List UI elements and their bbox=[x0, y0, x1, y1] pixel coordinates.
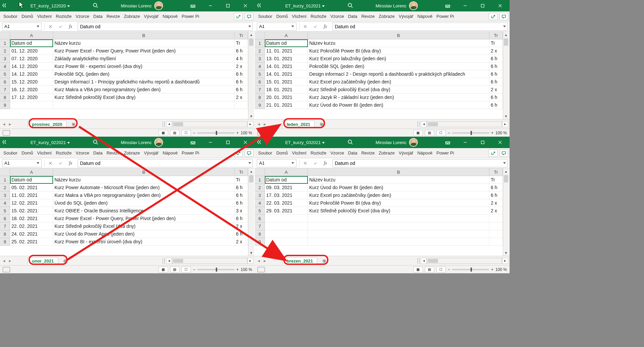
zoom-percent[interactable]: 100 % bbox=[495, 267, 507, 272]
ribbon-tab-rozlože[interactable]: Rozlože bbox=[54, 148, 74, 158]
row-header-2[interactable]: 2 bbox=[255, 184, 265, 192]
ribbon-display-icon[interactable] bbox=[440, 0, 455, 11]
scroll-down-icon[interactable]: ▼ bbox=[503, 250, 509, 256]
cell-B5[interactable]: Kurz Středně pokročilý Excel (dva dny) bbox=[308, 207, 489, 215]
row-header-9[interactable]: 9 bbox=[0, 101, 10, 109]
zoom-control[interactable]: − + 100 % bbox=[193, 131, 252, 135]
new-sheet-button[interactable]: ⊕ bbox=[318, 120, 325, 128]
ribbon-tab-revize[interactable]: Revize bbox=[105, 148, 122, 158]
overflow-icon[interactable] bbox=[257, 139, 263, 146]
cell-C4[interactable]: 2 x bbox=[235, 63, 248, 70]
cell-A1[interactable]: Datum od bbox=[10, 176, 53, 184]
cell-B2[interactable]: Kurz Pokročilé Power BI (dva dny) bbox=[308, 47, 489, 55]
zoom-in-button[interactable]: + bbox=[491, 267, 493, 272]
cell-A1[interactable]: Datum od bbox=[10, 39, 53, 47]
cell-C5[interactable]: 6 h bbox=[489, 70, 503, 78]
cancel-formula-button[interactable] bbox=[300, 23, 310, 31]
ribbon-tab-power pi[interactable]: Power Pi bbox=[180, 148, 201, 158]
view-normal-button[interactable]: ▦ bbox=[413, 267, 423, 273]
minimize-button[interactable] bbox=[203, 137, 218, 148]
overflow-icon[interactable] bbox=[2, 2, 8, 9]
sheet-nav-next-icon[interactable]: ► bbox=[262, 121, 268, 127]
overflow-icon[interactable] bbox=[2, 139, 8, 146]
zoom-out-button[interactable]: − bbox=[448, 267, 450, 272]
cell-B6[interactable] bbox=[308, 215, 489, 222]
cell-C1[interactable]: Tr bbox=[235, 176, 248, 184]
cell-B5[interactable]: Design informací 2 - Design reportů a da… bbox=[308, 70, 489, 78]
cell-B1[interactable]: Název kurzu bbox=[308, 176, 489, 184]
sheet-nav-prev-icon[interactable]: ◄ bbox=[256, 258, 261, 264]
cell-C6[interactable]: 6 h bbox=[235, 78, 248, 86]
sheet-nav-next-icon[interactable]: ► bbox=[262, 258, 268, 264]
scroll-down-icon[interactable]: ▼ bbox=[248, 250, 254, 256]
row-header-3[interactable]: 3 bbox=[255, 55, 265, 63]
row-header-5[interactable]: 5 bbox=[0, 70, 10, 78]
scroll-up-icon[interactable]: ▲ bbox=[248, 32, 254, 38]
record-macro-icon[interactable] bbox=[3, 267, 10, 272]
ribbon-tab-vývojář[interactable]: Vývojář bbox=[142, 11, 160, 22]
cell-C2[interactable]: 6 h bbox=[235, 184, 248, 192]
enter-formula-button[interactable] bbox=[55, 159, 66, 167]
cancel-formula-button[interactable] bbox=[45, 23, 55, 31]
file-name[interactable]: ET_kurzy_012021 bbox=[285, 3, 325, 8]
ribbon-tab-vývojář[interactable]: Vývojář bbox=[142, 148, 160, 158]
avatar[interactable] bbox=[154, 138, 163, 147]
cell-C3[interactable]: 4 h bbox=[235, 55, 248, 63]
ribbon-tab-revize[interactable]: Revize bbox=[359, 148, 377, 158]
cell-B4[interactable]: Kurz Power BI - expertní úroveň (dva dny… bbox=[53, 63, 235, 70]
ribbon-tab-vložení[interactable]: Vložení bbox=[290, 148, 309, 158]
cell-C7[interactable]: 6 h bbox=[235, 86, 248, 94]
row-header-8[interactable]: 8 bbox=[0, 230, 10, 238]
cell-C5[interactable]: 2 x bbox=[489, 207, 503, 215]
cell-A9[interactable] bbox=[265, 238, 308, 246]
ribbon-tab-data[interactable]: Data bbox=[346, 148, 359, 158]
sheet-nav-prev-icon[interactable]: ◄ bbox=[256, 121, 261, 127]
cell-B6[interactable]: Kurz Power Excel - Power Query, Power Pi… bbox=[53, 215, 235, 222]
maximize-button[interactable] bbox=[220, 0, 235, 11]
cell-B4[interactable]: Pokročilé SQL (jeden den) bbox=[308, 63, 489, 70]
cell-B1[interactable]: Název kurzu bbox=[308, 39, 489, 47]
cell-A5[interactable]: 14. 12. 2020 bbox=[10, 70, 53, 78]
zoom-percent[interactable]: 100 % bbox=[495, 131, 507, 135]
col-header-Tr[interactable]: Tr bbox=[235, 168, 248, 176]
cell-A1[interactable]: Datum od bbox=[265, 176, 308, 184]
cell-A7[interactable]: 18. 01. 2021 bbox=[265, 86, 308, 94]
col-header-Tr[interactable]: Tr bbox=[489, 32, 503, 39]
comments-button[interactable] bbox=[499, 149, 508, 157]
record-macro-icon[interactable] bbox=[3, 130, 10, 136]
cancel-formula-button[interactable] bbox=[45, 159, 55, 167]
ribbon-tab-soubor[interactable]: Soubor bbox=[256, 148, 274, 158]
cell-C8[interactable] bbox=[489, 230, 503, 238]
cell-A8[interactable]: 24. 02. 2021 bbox=[10, 230, 53, 238]
ribbon-display-icon[interactable] bbox=[440, 137, 455, 148]
share-button[interactable] bbox=[489, 149, 497, 157]
cell-A5[interactable]: 15. 02. 2021 bbox=[10, 207, 53, 215]
row-header-6[interactable]: 6 bbox=[255, 215, 265, 222]
fx-icon[interactable]: fx bbox=[320, 159, 330, 167]
cell-A2[interactable]: 11. 01. 2021 bbox=[265, 47, 308, 55]
cell-A6[interactable]: 15. 12. 2020 bbox=[10, 78, 53, 86]
cell-B5[interactable]: Pokročilé SQL (jeden den) bbox=[53, 70, 235, 78]
select-all-corner[interactable] bbox=[255, 32, 265, 39]
col-header-A[interactable]: A bbox=[10, 168, 53, 176]
col-header-B[interactable]: B bbox=[308, 168, 489, 176]
view-pagebreak-button[interactable]: ☐ bbox=[182, 130, 191, 136]
ribbon-tab-rozlože[interactable]: Rozlože bbox=[309, 11, 328, 22]
sheet-tab-active[interactable]: leden_2021 bbox=[282, 120, 315, 128]
cell-C9[interactable]: 2 x bbox=[235, 238, 248, 246]
col-header-B[interactable]: B bbox=[53, 168, 235, 176]
vertical-scrollbar[interactable]: ▲ ▼ bbox=[503, 32, 509, 119]
cell-C2[interactable]: 2 x bbox=[489, 47, 503, 55]
cell-C6[interactable]: 6 h bbox=[235, 215, 248, 222]
ribbon-tab-vzorce[interactable]: Vzorce bbox=[328, 11, 346, 22]
select-all-corner[interactable] bbox=[0, 32, 10, 39]
ribbon-tab-domů[interactable]: Domů bbox=[274, 148, 290, 158]
ribbon-tab-revize[interactable]: Revize bbox=[359, 11, 377, 22]
fx-icon[interactable]: fx bbox=[66, 23, 76, 31]
row-header-7[interactable]: 7 bbox=[0, 222, 10, 230]
cell-A3[interactable]: 13. 01. 2021 bbox=[265, 55, 308, 63]
sheet-nav-next-icon[interactable]: ► bbox=[7, 258, 13, 264]
cell-A6[interactable]: 18. 02. 2021 bbox=[10, 215, 53, 222]
cell-C6[interactable] bbox=[489, 215, 503, 222]
sheet-nav-prev-icon[interactable]: ◄ bbox=[1, 121, 7, 127]
